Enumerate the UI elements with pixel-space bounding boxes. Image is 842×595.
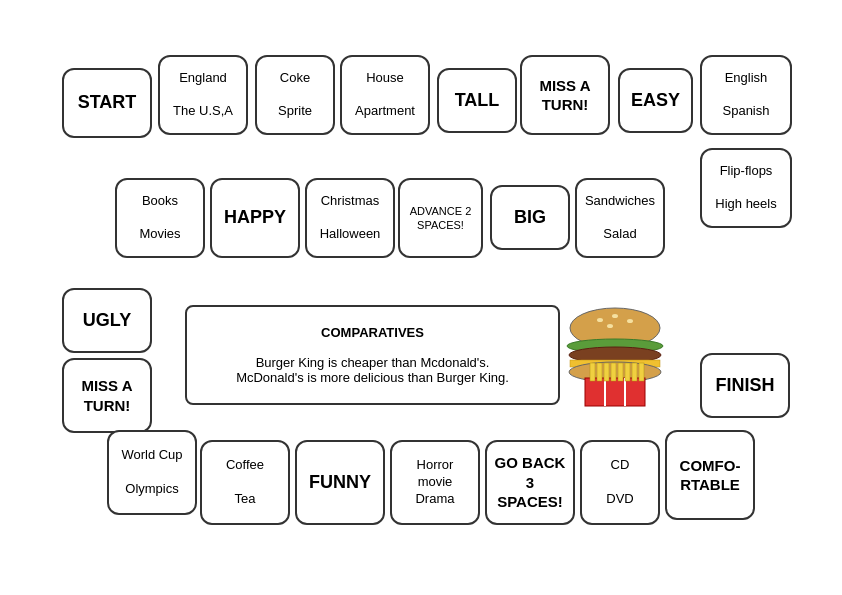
flipflops-highheels: Flip-flopsHigh heels — [700, 148, 792, 228]
english-spanish: EnglishSpanish — [700, 55, 792, 135]
svg-rect-14 — [604, 363, 609, 381]
happy: HAPPY — [210, 178, 300, 258]
advance-2: ADVANCE 2SPACES! — [398, 178, 483, 258]
svg-point-2 — [612, 314, 618, 318]
start: START — [62, 68, 152, 138]
svg-rect-18 — [632, 363, 637, 381]
big: BIG — [490, 185, 570, 250]
world-olympics: World CupOlympics — [107, 430, 197, 515]
go-back: GO BACK3SPACES! — [485, 440, 575, 525]
svg-rect-17 — [625, 363, 630, 381]
horror-drama: HorrormovieDrama — [390, 440, 480, 525]
books-movies: BooksMovies — [115, 178, 205, 258]
board: STARTEnglandThe U.S,ACokeSpriteHouseApar… — [0, 0, 842, 595]
christmas-halloween: ChristmasHalloween — [305, 178, 395, 258]
funny: FUNNY — [295, 440, 385, 525]
coke-sprite: CokeSprite — [255, 55, 335, 135]
cd-dvd: CDDVD — [580, 440, 660, 525]
svg-rect-19 — [639, 363, 644, 381]
burger-illustration — [555, 298, 675, 408]
house-apartment: HouseApartment — [340, 55, 430, 135]
comparatives-box: COMPARATIVESBurger King is cheaper than … — [185, 305, 560, 405]
coffee-tea: CoffeeTea — [200, 440, 290, 525]
sandwiches-salad: SandwichesSalad — [575, 178, 665, 258]
svg-point-1 — [597, 318, 603, 322]
finish: FINISH — [700, 353, 790, 418]
comfortable: COMFO-RTABLE — [665, 430, 755, 520]
miss-a-turn-1: MISS ATURN! — [520, 55, 610, 135]
ugly: UGLY — [62, 288, 152, 353]
easy: EASY — [618, 68, 693, 133]
svg-rect-12 — [590, 363, 595, 381]
svg-rect-9 — [585, 378, 645, 406]
svg-rect-16 — [618, 363, 623, 381]
tall: TALL — [437, 68, 517, 133]
miss-a-turn-2: MISS ATURN! — [62, 358, 152, 433]
england-usa: EnglandThe U.S,A — [158, 55, 248, 135]
svg-rect-13 — [597, 363, 602, 381]
svg-point-3 — [627, 319, 633, 323]
svg-point-4 — [607, 324, 613, 328]
svg-rect-15 — [611, 363, 616, 381]
